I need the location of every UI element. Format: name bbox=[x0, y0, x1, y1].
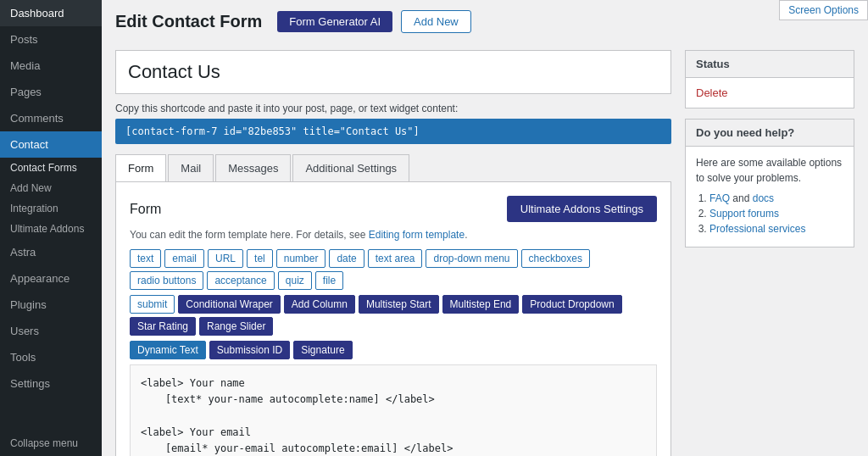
tag-btn-date[interactable]: date bbox=[329, 249, 364, 268]
status-box: Status Delete bbox=[685, 50, 854, 108]
collapse-menu[interactable]: Collapse menu bbox=[0, 431, 102, 456]
sidebar-sub-add-new[interactable]: Add New bbox=[0, 178, 102, 198]
form-description: You can edit the form template here. For… bbox=[130, 229, 657, 241]
tag-btn-dynamic-text[interactable]: Dynamic Text bbox=[130, 341, 206, 359]
faq-link[interactable]: FAQ bbox=[709, 192, 730, 204]
sidebar-item-pages[interactable]: Pages bbox=[0, 79, 102, 105]
tag-btn-tel[interactable]: tel bbox=[247, 249, 273, 268]
tag-btn-signature[interactable]: Signature bbox=[293, 341, 352, 359]
form-title-box: Contact Us bbox=[115, 50, 671, 94]
main-body: Contact Us Copy this shortcode and paste… bbox=[102, 40, 868, 456]
help-text: Here are some available options to solve… bbox=[696, 155, 843, 186]
docs-link[interactable]: docs bbox=[753, 192, 774, 204]
sidebar-item-users[interactable]: Users bbox=[0, 318, 102, 344]
help-box-body: Here are some available options to solve… bbox=[686, 147, 854, 247]
sidebar-sub-ultimate-addons[interactable]: Ultimate Addons bbox=[0, 219, 102, 239]
status-box-title: Status bbox=[686, 51, 854, 78]
tag-btn-range-slider[interactable]: Range Slider bbox=[199, 317, 273, 336]
content-area: Contact Us Copy this shortcode and paste… bbox=[115, 50, 671, 446]
tab-additional-settings[interactable]: Additional Settings bbox=[292, 154, 409, 181]
help-item-faq: FAQ and docs bbox=[709, 192, 843, 204]
tag-btn-textarea[interactable]: text area bbox=[368, 249, 423, 268]
help-item-support: Support forums bbox=[709, 208, 843, 220]
tag-buttons-row2: submit Conditional Wraper Add Column Mul… bbox=[130, 295, 657, 336]
sidebar-item-plugins[interactable]: Plugins bbox=[0, 292, 102, 318]
tag-btn-star-rating[interactable]: Star Rating bbox=[130, 317, 196, 336]
tag-btn-radio[interactable]: radio buttons bbox=[130, 271, 203, 290]
tag-btn-url[interactable]: URL bbox=[208, 249, 243, 268]
sidebar: Dashboard Posts Media Pages Comments Con… bbox=[0, 0, 102, 456]
form-panel-header: Form Ultimate Addons Settings bbox=[130, 196, 657, 222]
sidebar-item-comments[interactable]: Comments bbox=[0, 105, 102, 131]
help-box: Do you need help? Here are some availabl… bbox=[685, 119, 854, 247]
form-panel: Form Ultimate Addons Settings You can ed… bbox=[115, 182, 671, 456]
page-header: Edit Contact Form Form Generator AI Add … bbox=[102, 0, 868, 40]
sidebar-item-tools[interactable]: Tools bbox=[0, 344, 102, 370]
form-title: Contact Us bbox=[128, 61, 220, 82]
form-generator-ai-button[interactable]: Form Generator AI bbox=[277, 11, 392, 32]
tag-btn-dropdown[interactable]: drop-down menu bbox=[426, 249, 517, 268]
tag-buttons-row3: Dynamic Text Submission ID Signature bbox=[130, 341, 657, 359]
delete-link[interactable]: Delete bbox=[696, 86, 728, 99]
tag-btn-multistep-end[interactable]: Multistep End bbox=[442, 295, 520, 314]
sidebar-item-posts[interactable]: Posts bbox=[0, 26, 102, 53]
help-list: FAQ and docs Support forums Professional… bbox=[696, 192, 843, 235]
sidebar-item-settings[interactable]: Settings bbox=[0, 370, 102, 397]
tag-btn-number[interactable]: number bbox=[276, 249, 326, 268]
form-panel-title: Form bbox=[130, 202, 161, 217]
tab-messages[interactable]: Messages bbox=[215, 154, 291, 181]
code-editor[interactable]: <label> Your name [text* your-name autoc… bbox=[130, 364, 657, 456]
main-content: Screen Options Edit Contact Form Form Ge… bbox=[102, 0, 868, 456]
sidebar-item-media[interactable]: Media bbox=[0, 53, 102, 79]
help-item-professional: Professional services bbox=[709, 223, 843, 235]
help-box-title: Do you need help? bbox=[686, 120, 854, 147]
screen-options-button[interactable]: Screen Options bbox=[779, 0, 868, 20]
sidebar-sub-contact-forms[interactable]: Contact Forms bbox=[0, 158, 102, 178]
form-tabs: Form Mail Messages Additional Settings bbox=[115, 154, 671, 182]
tag-btn-acceptance[interactable]: acceptance bbox=[207, 271, 274, 290]
tag-btn-submit[interactable]: submit bbox=[130, 295, 175, 314]
tag-btn-email[interactable]: email bbox=[164, 249, 204, 268]
editing-form-template-link[interactable]: Editing form template bbox=[369, 229, 465, 241]
sidebar-item-contact[interactable]: Contact bbox=[0, 131, 102, 158]
page-title: Edit Contact Form bbox=[115, 12, 262, 31]
status-box-body: Delete bbox=[686, 78, 854, 108]
tag-btn-add-column[interactable]: Add Column bbox=[284, 295, 355, 314]
sidebar-item-dashboard[interactable]: Dashboard bbox=[0, 0, 102, 26]
right-sidebar: Status Delete Do you need help? Here are… bbox=[685, 50, 854, 446]
tag-btn-file[interactable]: file bbox=[315, 271, 343, 290]
tab-form[interactable]: Form bbox=[115, 154, 166, 181]
ultimate-addons-settings-button[interactable]: Ultimate Addons Settings bbox=[507, 196, 657, 222]
tag-btn-text[interactable]: text bbox=[130, 249, 161, 268]
tag-btn-product-dropdown[interactable]: Product Dropdown bbox=[522, 295, 621, 314]
sidebar-sub-integration[interactable]: Integration bbox=[0, 198, 102, 219]
tag-btn-submission-id[interactable]: Submission ID bbox=[209, 341, 290, 359]
tag-btn-multistep-start[interactable]: Multistep Start bbox=[359, 295, 439, 314]
tab-mail[interactable]: Mail bbox=[168, 154, 214, 181]
tag-btn-quiz[interactable]: quiz bbox=[278, 271, 312, 290]
professional-services-link[interactable]: Professional services bbox=[709, 223, 805, 235]
tag-btn-checkboxes[interactable]: checkboxes bbox=[521, 249, 590, 268]
support-forums-link[interactable]: Support forums bbox=[709, 208, 779, 220]
tag-buttons-row1: text email URL tel number date text area… bbox=[130, 249, 657, 290]
sidebar-item-astra[interactable]: Astra bbox=[0, 239, 102, 265]
add-new-button[interactable]: Add New bbox=[401, 10, 471, 33]
shortcode-label: Copy this shortcode and paste it into yo… bbox=[115, 103, 671, 114]
tag-btn-conditional-wrapper[interactable]: Conditional Wraper bbox=[178, 295, 281, 314]
sidebar-item-appearance[interactable]: Appearance bbox=[0, 265, 102, 292]
shortcode-box[interactable]: [contact-form-7 id="82be853" title="Cont… bbox=[115, 119, 671, 144]
